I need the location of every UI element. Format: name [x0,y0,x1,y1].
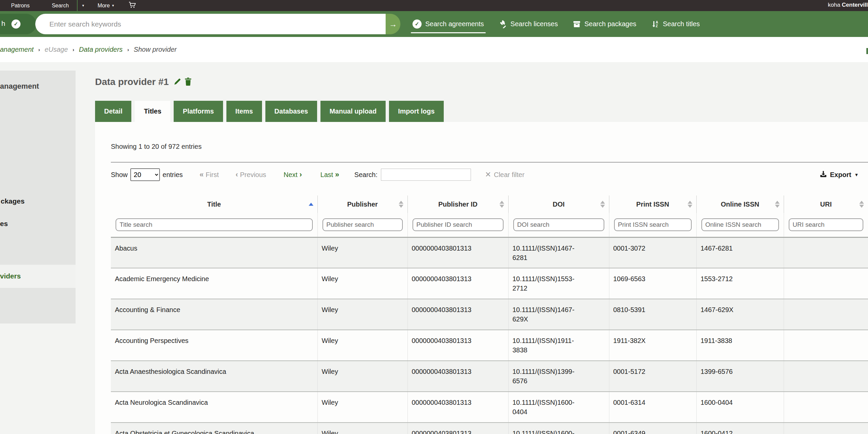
breadcrumb-erm[interactable]: anagement [0,46,34,54]
tab-items[interactable]: Items [226,101,262,122]
caret-down-icon: ▼ [854,172,859,177]
table-row[interactable]: Accounting Perspectives Wiley 0000000403… [111,330,868,361]
table-search-input[interactable] [381,168,471,181]
column-header-publisher-id[interactable]: Publisher ID [407,195,508,213]
cart-button[interactable] [129,2,136,10]
detail-tabs: Detail Titles Platforms Items Databases … [95,101,444,122]
breadcrumb-eusage[interactable]: eUsage [45,46,68,54]
column-header-title[interactable]: Title [111,195,317,213]
x-icon: ✕ [485,170,491,179]
cell-publisher: Wiley [317,268,407,299]
sidebar-item-titles[interactable]: es [0,220,8,228]
column-header-uri[interactable]: URI [784,195,868,213]
tab-detail[interactable]: Detail [95,101,131,122]
cell-online-issn: 1553-2712 [696,268,784,299]
cell-online-issn: 1911-3838 [696,330,784,361]
export-button[interactable]: Export ▼ [819,170,859,179]
delete-button[interactable] [184,77,192,87]
cell-uri [784,299,868,330]
cell-publisher-id: 0000000403801313 [407,392,508,423]
pagination-next[interactable]: Next › [283,170,302,179]
column-header-publisher[interactable]: Publisher [317,195,407,213]
edit-button[interactable] [173,77,182,87]
keyword-search-box [35,14,385,34]
sidebar-panel: anagement ckages es [0,70,75,265]
cell-publisher: Wiley [317,392,407,423]
doi-filter-input[interactable] [513,218,604,231]
online-issn-filter-input[interactable] [702,218,779,231]
search-submit-button[interactable]: → [385,14,400,34]
sidebar-heading[interactable]: anagement [0,82,39,91]
cell-print-issn: 1911-382X [609,330,696,361]
column-header-online-issn[interactable]: Online ISSN [696,195,784,213]
link-search-titles[interactable]: AZ Search titles [651,20,700,28]
cell-doi: 10.1111/(ISSN)1600-0404 [508,392,609,423]
cell-doi: 10.1111/(ISSN)1467-6281 [508,237,609,268]
cell-uri [784,330,868,361]
chevron-left-icon: ‹ [236,170,238,179]
cell-publisher-id: 0000000403801313 [407,330,508,361]
sidebar-item-packages[interactable]: ckages [1,197,25,205]
tab-platforms[interactable]: Platforms [174,101,223,122]
search-dropdown-caret-icon[interactable]: ▾ [82,3,84,8]
cell-title: Academic Emergency Medicine [111,268,317,299]
menu-more[interactable]: More ▾ [97,3,114,9]
pagination-last[interactable]: Last » [320,170,339,179]
link-search-licenses[interactable]: Search licenses [499,20,558,28]
table-row[interactable]: Acta Obstetricia et Gynecologica Scandin… [111,423,868,434]
tab-manual-upload[interactable]: Manual upload [320,101,385,122]
table-row[interactable]: Acta Neurologica Scandinavica Wiley 0000… [111,392,868,423]
sort-both-icon [688,201,692,208]
page-title-row: Data provider #1 [95,76,192,87]
page-size-select[interactable]: 20 [130,168,160,181]
sidebar-lower-block [0,288,75,323]
scrollbar-fragment[interactable] [866,48,868,54]
link-search-packages[interactable]: Search packages [573,20,637,28]
tab-import-logs[interactable]: Import logs [389,101,444,122]
title-filter-input[interactable] [116,218,313,231]
chevron-right-icon: › [299,170,302,179]
table-row[interactable]: Accounting & Finance Wiley 0000000403801… [111,299,868,330]
publisher-id-filter-input[interactable] [412,218,503,231]
table-row[interactable]: Abacus Wiley 0000000403801313 10.1111/(I… [111,237,868,268]
top-menu-bar: Patrons Search ▾ More ▾ koha Centerville [0,0,868,11]
search-scope-pill[interactable]: h ✓ [0,14,36,34]
cell-doi: 10.1111/(ISSN)1911-3838 [508,330,609,361]
showing-entries-text: Showing 1 to 20 of 972 entries [111,143,868,151]
pagination-first[interactable]: « First [199,170,219,179]
cell-print-issn: 0001-6314 [609,392,696,423]
cell-print-issn: 0001-5172 [609,361,696,392]
cell-uri [784,423,868,434]
tab-databases[interactable]: Databases [266,101,317,122]
column-header-doi[interactable]: DOI [508,195,609,213]
svg-text:A: A [656,21,658,24]
archive-icon [573,20,581,28]
print-issn-filter-input[interactable] [614,218,692,231]
search-scope-label-fragment: h [1,20,5,28]
cell-publisher: Wiley [317,330,407,361]
divider [111,162,868,163]
link-search-agreements[interactable]: ✓ Search agreements [412,20,484,29]
table-row[interactable]: Academic Emergency Medicine Wiley 000000… [111,268,868,299]
publisher-filter-input[interactable] [322,218,403,231]
uri-filter-input[interactable] [789,218,864,231]
chevron-down-icon: ▾ [112,3,114,8]
cell-title: Acta Anaesthesiologica Scandinavica [111,361,317,392]
search-banner: h ✓ → ✓ Search agreements Search license… [0,11,868,37]
clear-filter-button[interactable]: ✕ Clear filter [485,170,525,179]
breadcrumb-data-providers[interactable]: Data providers [79,46,123,54]
menu-patrons[interactable]: Patrons [11,3,30,9]
pagination-previous[interactable]: ‹ Previous [236,170,266,179]
breadcrumb: anagement › eUsage › Data providers › Sh… [0,37,868,62]
cell-title: Abacus [111,237,317,268]
sort-both-icon [499,201,504,208]
cell-print-issn: 0001-3072 [609,237,696,268]
check-circle-icon: ✓ [11,20,21,29]
tab-titles[interactable]: Titles [135,101,170,122]
sidebar-item-data-providers[interactable]: viders [0,265,75,280]
column-header-print-issn[interactable]: Print ISSN [609,195,696,213]
menu-search[interactable]: Search [52,3,69,9]
pencil-icon [173,77,182,87]
table-row[interactable]: Acta Anaesthesiologica Scandinavica Wile… [111,361,868,392]
keyword-search-input[interactable] [35,14,385,34]
